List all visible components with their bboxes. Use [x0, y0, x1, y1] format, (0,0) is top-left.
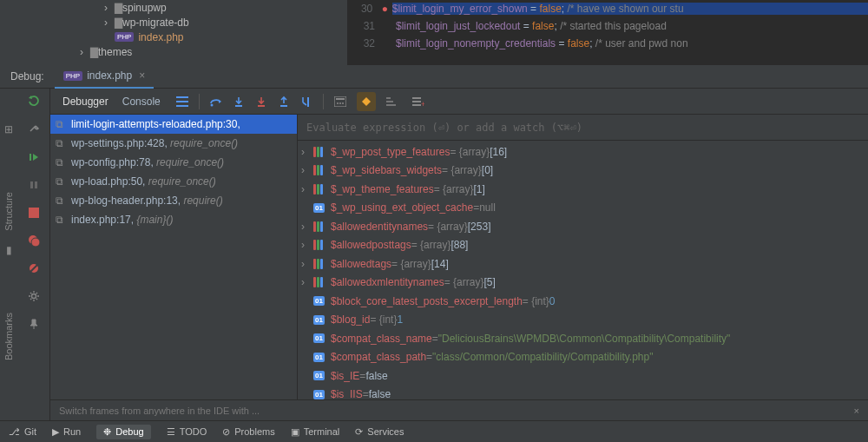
structure-tool[interactable]: Structure	[3, 192, 14, 231]
stop-button[interactable]	[24, 203, 43, 222]
filter-button[interactable]: +	[409, 92, 428, 111]
debug-tab-index[interactable]: PHP index.php ×	[55, 65, 155, 89]
settings-wrench-icon[interactable]	[24, 120, 43, 139]
bottom-prob[interactable]: ⊘Problems	[222, 426, 274, 438]
variable-row[interactable]: ›$allowedxmlentitynames = {array} [5]	[298, 274, 868, 293]
tree-item[interactable]: ›▇ themes	[9, 44, 339, 59]
var-type: = {array}	[442, 164, 482, 176]
variable-row[interactable]: 01$compat_class_name = "DeliciousBrains\…	[298, 329, 868, 348]
frame-icon: ⧉	[56, 195, 71, 207]
force-step-into-button[interactable]	[252, 92, 271, 111]
variable-row[interactable]: ›$_wp_sidebars_widgets = {array} [0]	[298, 162, 868, 181]
bottom-debug[interactable]: ❉Debug	[96, 425, 150, 439]
tree-item[interactable]: PHPindex.php	[9, 30, 339, 44]
var-type: = {array}	[450, 146, 490, 158]
variable-row[interactable]: 01$is_IE = false	[298, 366, 868, 386]
var-value: 0	[549, 295, 556, 307]
settings-button[interactable]	[24, 287, 43, 306]
bookmarks-tool[interactable]: Bookmarks	[3, 313, 14, 360]
rerun-button[interactable]	[24, 92, 43, 111]
structure-icon[interactable]: ⊞	[4, 123, 13, 135]
variable-row[interactable]: ›$_wp_post_type_features = {array} [16]	[298, 142, 868, 162]
frame-row[interactable]: ⧉wp-blog-header.php:13, require()	[50, 191, 297, 210]
variable-row[interactable]: 01$is_IIS = false	[298, 386, 868, 400]
variable-row[interactable]: 01$_wp_using_ext_object_cache = null	[298, 199, 868, 218]
editor-line[interactable]: 32$limit_login_nonempty_credentials = fa…	[347, 35, 868, 52]
watch-input[interactable]: Evaluate expression (⏎) or add a watch (…	[298, 115, 868, 141]
frame-row[interactable]: ⧉wp-settings.php:428, require_once()	[50, 134, 297, 153]
run-to-cursor-button[interactable]	[297, 92, 316, 111]
svg-rect-10	[176, 101, 188, 102]
close-icon[interactable]: ×	[854, 406, 859, 416]
bottom-serv[interactable]: ⟳Services	[355, 426, 404, 438]
chevron-icon[interactable]: ›	[301, 276, 313, 288]
project-tree[interactable]: ›▇ spinupwp›▇ wp-migrate-dbPHPindex.php›…	[0, 0, 347, 65]
debug-vertical-toolbar	[17, 89, 50, 420]
frame-row[interactable]: ⧉limit-login-attempts-reloaded.php:30,	[50, 115, 297, 134]
chevron-icon[interactable]: ›	[301, 239, 313, 251]
breakpoint-icon[interactable]: ●	[378, 3, 391, 15]
svg-rect-15	[280, 105, 287, 107]
editor-line[interactable]: 30●$limit_login_my_error_shown = false; …	[347, 0, 868, 17]
variable-row[interactable]: ›$_wp_theme_features = {array} [1]	[298, 180, 868, 199]
tab-debugger[interactable]: Debugger	[57, 96, 114, 108]
chevron-icon[interactable]: ›	[301, 164, 313, 176]
chevron-icon[interactable]: ›	[301, 221, 313, 233]
mute-breakpoints-button[interactable]	[24, 259, 43, 278]
chevron-icon[interactable]: ›	[301, 146, 313, 158]
code-editor[interactable]: 30●$limit_login_my_error_shown = false; …	[347, 0, 868, 65]
svg-rect-14	[258, 105, 265, 107]
variable-row[interactable]: 01$block_core_latest_posts_excerpt_lengt…	[298, 292, 868, 311]
bottom-label: TODO	[180, 426, 207, 437]
variable-row[interactable]: 01$blog_id = {int} 1	[298, 311, 868, 330]
resume-button[interactable]	[24, 148, 43, 167]
variable-row[interactable]: ›$allowedposttags = {array} [88]	[298, 236, 868, 255]
tree-item[interactable]: ›▇ spinupwp	[9, 0, 339, 15]
editor-line[interactable]: 31$limit_login_just_lockedout = false; /…	[347, 17, 868, 35]
var-name: $block_core_latest_posts_excerpt_length	[331, 295, 523, 307]
var-type: =	[432, 333, 438, 345]
scalar-icon: 01	[313, 353, 331, 362]
tree-item[interactable]: ›▇ wp-migrate-db	[9, 15, 339, 30]
tree-label: themes	[98, 46, 132, 58]
threads-icon[interactable]	[173, 92, 192, 111]
var-value: [88]	[450, 239, 468, 251]
evaluate-button[interactable]	[331, 92, 350, 111]
step-into-button[interactable]	[229, 92, 248, 111]
bookmarks-icon[interactable]: ▮	[6, 244, 12, 256]
variable-row[interactable]: 01$compat_class_path = "class/Common/Com…	[298, 348, 868, 367]
tab-console[interactable]: Console	[117, 96, 166, 108]
bottom-run[interactable]: ▶Run	[52, 426, 81, 438]
chevron-icon[interactable]: ›	[301, 183, 313, 195]
step-over-button[interactable]	[207, 92, 226, 111]
svg-point-20	[339, 102, 341, 104]
step-out-button[interactable]	[274, 92, 293, 111]
debug-icon: ❉	[103, 426, 111, 438]
hint-text: Switch frames from anywhere in the IDE w…	[59, 406, 260, 416]
bottom-git[interactable]: ⎇Git	[9, 426, 36, 438]
svg-point-23	[386, 101, 388, 102]
sort-button[interactable]	[383, 92, 402, 111]
bottom-term[interactable]: ▣Terminal	[291, 426, 340, 438]
svg-point-12	[210, 103, 213, 106]
bottom-todo[interactable]: ☰TODO	[167, 426, 207, 438]
array-icon	[313, 184, 331, 195]
frame-row[interactable]: ⧉index.php:17, {main}()	[50, 210, 297, 229]
variables-list[interactable]: ›$_wp_post_type_features = {array} [16]›…	[298, 141, 868, 399]
variable-row[interactable]: ›$allowedtags = {array} [14]	[298, 254, 868, 274]
var-type: = {array}	[411, 239, 451, 251]
frame-row[interactable]: ⧉wp-load.php:50, require_once()	[50, 172, 297, 191]
bottom-label: Run	[63, 426, 81, 437]
close-icon[interactable]: ×	[139, 69, 145, 82]
var-name: $allowedtags	[331, 258, 391, 270]
var-name: $is_IIS	[331, 388, 363, 399]
tree-label: index.php	[138, 31, 183, 43]
frame-row[interactable]: ⧉wp-config.php:78, require_once()	[50, 153, 297, 172]
trace-button[interactable]	[357, 92, 376, 111]
breakpoints-button[interactable]	[24, 231, 43, 250]
pin-button[interactable]	[24, 314, 43, 333]
pause-button[interactable]	[24, 175, 43, 195]
variable-row[interactable]: ›$allowedentitynames = {array} [253]	[298, 217, 868, 236]
chevron-icon[interactable]: ›	[301, 258, 313, 270]
frames-panel[interactable]: ⧉limit-login-attempts-reloaded.php:30,⧉w…	[50, 115, 298, 399]
